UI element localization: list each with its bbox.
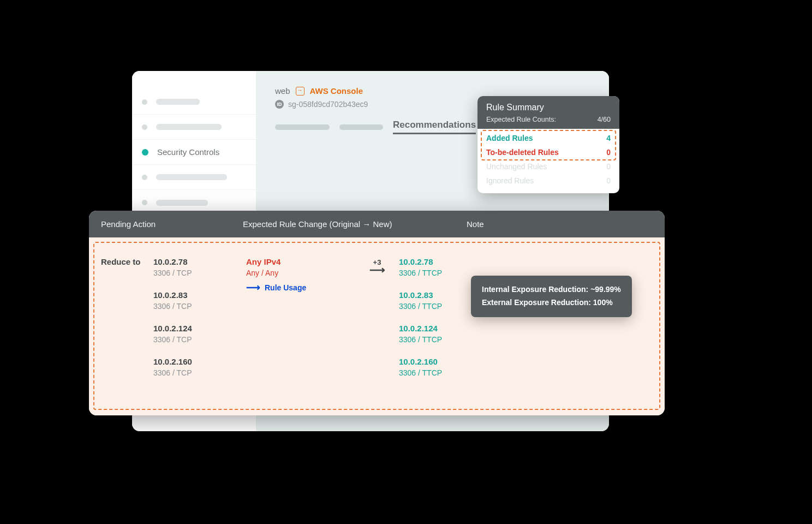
external-exposure-line: External Exposure Reduction: 100% xyxy=(482,296,621,309)
table-row: 10.0.2.78 3306 / TCP xyxy=(153,257,246,277)
new-port-proto: 3306 / TTCP xyxy=(399,335,486,344)
rule-summary-list: Added Rules 4 To-be-deleted Rules 0 Unch… xyxy=(477,129,619,193)
original-rule-line1: Any IPv4 xyxy=(246,257,355,266)
rule-summary-title: Rule Summary xyxy=(486,103,611,112)
added-rules-value: 4 xyxy=(606,134,611,142)
deleted-rules-value: 0 xyxy=(606,148,611,157)
rule-usage-label: Rule Usage xyxy=(265,283,306,292)
table-row: 10.0.2.124 3306 / TCP xyxy=(153,324,246,344)
table-row: 10.0.2.124 3306 / TTCP xyxy=(399,324,486,344)
new-port-proto: 3306 / TTCP xyxy=(399,368,486,377)
placeholder-bar xyxy=(156,174,227,180)
table-row: 10.0.2.83 3306 / TCP xyxy=(153,290,246,311)
dot-icon xyxy=(142,200,147,205)
summary-row-unchanged: Unchanged Rules 0 xyxy=(477,159,619,174)
ip-address: 10.0.2.83 xyxy=(153,290,246,300)
placeholder-bar xyxy=(156,124,222,130)
arrow-right-icon: ⟶ xyxy=(369,266,385,273)
resource-id: sg-058fd9cd702b43ec9 xyxy=(288,100,368,109)
port-proto: 3306 / TCP xyxy=(153,302,246,311)
recommendations-panel: Pending Action Expected Rule Change (Ori… xyxy=(89,211,665,415)
original-rule-line2: Any / Any xyxy=(246,269,355,277)
expected-counts-value: 4/60 xyxy=(598,116,611,123)
reduce-to-label: Reduce to xyxy=(101,257,153,266)
summary-row-deleted: To-be-deleted Rules 0 xyxy=(477,145,619,159)
unchanged-rules-value: 0 xyxy=(606,162,611,171)
sidebar-item-placeholder[interactable] xyxy=(132,165,256,190)
dot-icon xyxy=(142,124,147,130)
expected-counts-label: Expected Rule Counts: xyxy=(486,116,556,123)
placeholder-bar xyxy=(156,99,200,105)
ignored-rules-value: 0 xyxy=(606,176,611,185)
aws-console-link[interactable]: AWS Console xyxy=(310,86,363,96)
arrow-right-icon: ⟶ xyxy=(246,283,260,293)
recommendations-body: Reduce to 10.0.2.78 3306 / TCP 10.0.2.83… xyxy=(89,237,665,415)
external-link-icon[interactable] xyxy=(296,87,304,96)
added-rules-label: Added Rules xyxy=(486,134,533,142)
sidebar-item-placeholder[interactable] xyxy=(132,115,256,140)
col-note: Note xyxy=(467,219,653,229)
exposure-reduction-tooltip: Internal Exposure Reduction: ~99.99% Ext… xyxy=(471,276,632,317)
dot-icon xyxy=(142,175,147,180)
port-proto: 3306 / TCP xyxy=(153,368,246,377)
tab-placeholder[interactable] xyxy=(275,124,330,130)
port-proto: 3306 / TCP xyxy=(153,269,246,277)
recommendations-header: Pending Action Expected Rule Change (Ori… xyxy=(89,211,665,237)
tab-placeholder[interactable] xyxy=(339,124,383,130)
active-dot-icon xyxy=(142,149,148,156)
table-row: 10.0.2.78 3306 / TTCP xyxy=(399,257,486,277)
ip-address: 10.0.2.78 xyxy=(153,257,246,266)
resource-name: web xyxy=(275,86,290,96)
new-ip: 10.0.2.124 xyxy=(399,324,486,333)
internal-exposure-line: Internal Exposure Reduction: ~99.99% xyxy=(482,283,621,296)
dot-icon xyxy=(142,99,147,105)
title-row: web AWS Console xyxy=(275,86,609,96)
unchanged-rules-label: Unchanged Rules xyxy=(486,162,547,171)
id-badge-icon: ID xyxy=(275,100,284,109)
ip-address: 10.0.2.124 xyxy=(153,324,246,333)
pending-action-cell: Reduce to xyxy=(101,257,153,390)
deleted-rules-label: To-be-deleted Rules xyxy=(486,148,559,157)
sidebar-item-placeholder[interactable] xyxy=(132,90,256,115)
summary-row-ignored: Ignored Rules 0 xyxy=(477,174,619,188)
table-row: 10.0.2.160 3306 / TTCP xyxy=(399,357,486,377)
summary-row-added: Added Rules 4 xyxy=(477,131,619,145)
ip-address: 10.0.2.160 xyxy=(153,357,246,366)
rule-summary-header: Rule Summary Expected Rule Counts: 4/60 xyxy=(477,96,619,129)
table-row: 10.0.2.160 3306 / TCP xyxy=(153,357,246,377)
new-ip: 10.0.2.160 xyxy=(399,357,486,366)
new-ip: 10.0.2.78 xyxy=(399,257,486,266)
col-pending-action: Pending Action xyxy=(101,219,243,229)
target-ips: 10.0.2.78 3306 / TCP 10.0.2.83 3306 / TC… xyxy=(153,257,246,390)
transition-indicator: +3 ⟶ xyxy=(355,257,399,390)
placeholder-bar xyxy=(156,200,208,206)
col-expected-change: Expected Rule Change (Original → New) xyxy=(243,219,467,229)
rule-summary-popover: Rule Summary Expected Rule Counts: 4/60 … xyxy=(477,96,619,193)
tab-recommendations[interactable]: Recommendations xyxy=(393,120,476,134)
port-proto: 3306 / TCP xyxy=(153,335,246,344)
sidebar-item-label: Security Controls xyxy=(157,147,219,157)
ignored-rules-label: Ignored Rules xyxy=(486,176,534,185)
sidebar-item-security[interactable]: Security Controls xyxy=(132,140,256,165)
rule-usage-link[interactable]: ⟶ Rule Usage xyxy=(246,283,306,293)
original-rule: Any IPv4 Any / Any ⟶ Rule Usage xyxy=(246,257,355,390)
